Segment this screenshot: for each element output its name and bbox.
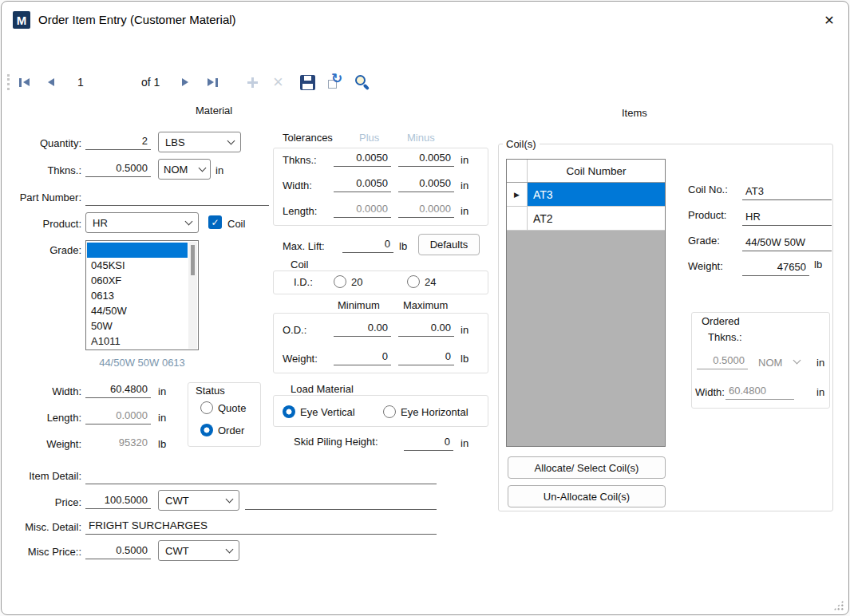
order-radio[interactable]	[200, 424, 213, 436]
length-input[interactable]: 0.0000	[85, 406, 151, 424]
tolerance-width-label: Width:	[283, 180, 312, 192]
max-lift-suffix: lb	[399, 240, 407, 252]
width-label: Width:	[2, 385, 81, 397]
tolerance-length-suffix: in	[461, 205, 468, 217]
weight-label: Weight:	[2, 438, 81, 450]
quantity-unit-select[interactable]: LBS	[158, 132, 241, 152]
order-radio-label: Order	[218, 424, 244, 436]
coil-no-value[interactable]: AT3	[742, 182, 832, 200]
product-value: HR	[93, 217, 108, 229]
misc-price-input[interactable]: 0.5000	[85, 541, 151, 559]
ordered-width-label: Width:	[695, 386, 725, 398]
add-record-icon[interactable]	[247, 77, 258, 88]
minimum-header: Minimum	[338, 299, 380, 311]
previous-record-arrow-icon	[48, 78, 54, 86]
toolbar-grip[interactable]	[7, 74, 10, 90]
price-unit-value: CWT	[165, 495, 189, 507]
next-record-button[interactable]	[182, 73, 188, 91]
grade-list-item[interactable]: 44/50W	[87, 303, 188, 318]
window-title: Order Item Entry (Customer Material)	[38, 2, 236, 38]
tolerances-title: Tolerances	[283, 132, 333, 144]
misc-price-unit-value: CWT	[165, 545, 189, 557]
misc-price-unit-select[interactable]: CWT	[158, 540, 239, 561]
tolerance-length-plus-input[interactable]: 0.0000	[334, 199, 391, 218]
weight-value: 95320	[85, 432, 151, 451]
previous-record-button[interactable]	[48, 73, 54, 91]
minmax-weight-min-input[interactable]: 0	[334, 347, 391, 365]
allocate-select-coils-button[interactable]: Allocate/ Select Coil(s)	[508, 456, 666, 479]
first-record-bar	[19, 78, 22, 87]
refresh-arrow-icon[interactable]: ↻	[331, 72, 342, 85]
grid-row[interactable]: ▶ AT3	[507, 183, 665, 207]
chevron-down-icon	[185, 218, 193, 226]
first-record-button[interactable]	[19, 73, 30, 91]
grade-list-item[interactable]: 045KSI	[87, 258, 188, 273]
grade-list-item[interactable]: 0613	[87, 288, 188, 303]
tolerances-plus-header: Plus	[359, 132, 379, 144]
od-min-input[interactable]: 0.00	[334, 318, 391, 337]
ordered-width-value: 60.4800	[725, 381, 794, 400]
price-extension-field[interactable]	[245, 492, 437, 510]
record-number-input[interactable]: 1	[77, 76, 84, 89]
grade-listbox[interactable]: 045KSI 060XF 0613 44/50W 50W A1011	[85, 240, 199, 350]
tolerance-thkns-minus-input[interactable]: 0.0050	[398, 148, 454, 167]
coil-weight-label: Weight:	[688, 260, 723, 272]
grade-list-item[interactable]: A1011	[87, 334, 188, 349]
minmax-weight-max-input[interactable]: 0	[398, 347, 454, 365]
defaults-button[interactable]: Defaults	[418, 234, 480, 255]
item-detail-input[interactable]	[85, 466, 437, 484]
quote-radio[interactable]	[200, 401, 213, 414]
grade-list-item[interactable]: 060XF	[87, 273, 188, 288]
coil-product-value[interactable]: HR	[742, 207, 832, 226]
unallocate-coils-button[interactable]: Un-Allocate Coil(s)	[508, 485, 666, 507]
weight-suffix: lb	[158, 438, 166, 450]
coil-id-20-radio[interactable]	[334, 275, 346, 288]
price-input[interactable]: 100.5000	[85, 491, 151, 509]
search-icon-handle	[363, 84, 370, 90]
grade-list: 045KSI 060XF 0613 44/50W 50W A1011	[87, 243, 188, 349]
coil-grade-label: Grade:	[688, 235, 720, 247]
part-number-input[interactable]	[85, 188, 269, 206]
resize-grip[interactable]	[833, 600, 844, 610]
product-select[interactable]: HR	[85, 212, 199, 233]
width-input[interactable]: 60.4800	[85, 380, 151, 398]
eye-horizontal-radio[interactable]	[383, 405, 396, 418]
width-suffix: in	[158, 385, 166, 397]
coil-id-24-radio[interactable]	[407, 275, 420, 288]
grid-row[interactable]: AT2	[507, 207, 665, 231]
tolerance-width-minus-input[interactable]: 0.0050	[398, 174, 454, 192]
tolerance-width-plus-input[interactable]: 0.0050	[334, 174, 391, 192]
grid-cell-coil-number[interactable]: AT2	[528, 207, 665, 230]
save-icon[interactable]	[300, 75, 315, 90]
misc-detail-input[interactable]: FRIGHT SURCHARGES	[85, 516, 437, 535]
delete-record-icon[interactable]: ×	[273, 75, 283, 89]
coil-checkbox[interactable]: ✓	[208, 215, 222, 229]
minmax-weight-suffix: lb	[461, 353, 468, 365]
quantity-input[interactable]: 2	[85, 132, 151, 150]
grade-scrollbar[interactable]	[188, 242, 197, 349]
tolerance-thkns-plus-input[interactable]: 0.0050	[334, 148, 391, 167]
max-lift-input[interactable]: 0	[342, 235, 393, 253]
section-label-material: Material	[196, 105, 232, 116]
grid-header-coil-number[interactable]: Coil Number	[528, 160, 665, 182]
coil-weight-value[interactable]: 47650	[742, 258, 809, 276]
tolerance-length-minus-input[interactable]: 0.0000	[398, 199, 454, 218]
grade-list-item[interactable]	[87, 243, 188, 258]
coils-grid[interactable]: Coil Number ▶ AT3 AT2	[506, 159, 666, 447]
thickness-input[interactable]: 0.5000	[85, 159, 151, 177]
grade-list-item[interactable]: 50W	[87, 318, 188, 334]
eye-vertical-radio[interactable]	[283, 405, 295, 418]
close-button[interactable]: ✕	[817, 9, 841, 31]
row-indicator-icon: ▶	[514, 191, 520, 199]
grid-selector-header-cell	[507, 160, 528, 182]
last-record-button[interactable]	[208, 73, 218, 91]
grade-scrollbar-thumb[interactable]	[191, 245, 195, 275]
price-unit-select[interactable]: CWT	[158, 490, 239, 511]
coil-grade-value[interactable]: 44/50W 50W	[742, 233, 832, 251]
grid-cell-coil-number[interactable]: AT3	[528, 183, 665, 206]
thickness-unit-select[interactable]: NOM	[158, 159, 211, 180]
od-max-input[interactable]: 0.00	[398, 318, 454, 337]
skid-piling-input[interactable]: 0	[404, 432, 453, 451]
tolerance-width-suffix: in	[461, 180, 468, 192]
quantity-unit-value: LBS	[165, 136, 185, 148]
